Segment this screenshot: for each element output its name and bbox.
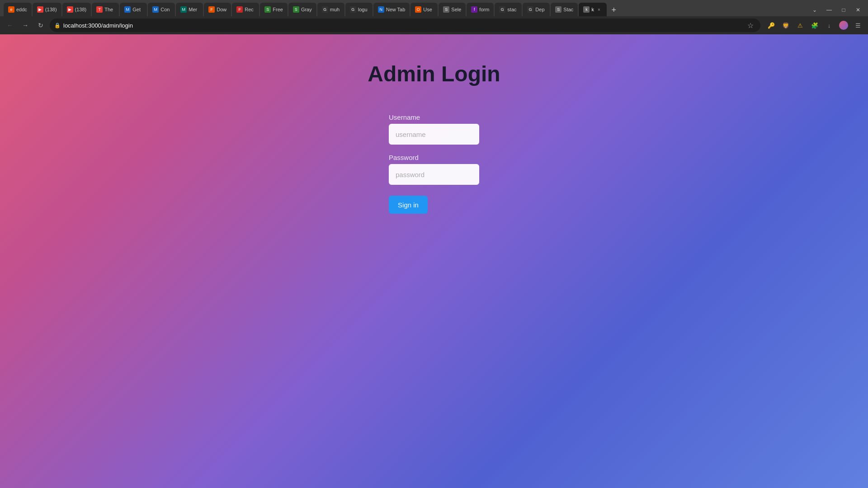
tab-17[interactable]: f form: [467, 3, 494, 16]
tab-19[interactable]: G Dep: [523, 3, 550, 16]
tab-favicon-9: F: [236, 6, 243, 13]
brave-icon[interactable]: 🦁: [779, 19, 792, 32]
login-form: Username Password Sign in: [389, 113, 479, 214]
address-bar-input[interactable]: [63, 22, 742, 29]
tab-favicon-8: F: [208, 6, 215, 13]
tab-bar-actions: ⌄ — □ ✕: [808, 4, 864, 16]
tab-favicon-11: S: [293, 6, 299, 13]
tab-label-17: form: [479, 7, 489, 12]
close-window-button[interactable]: ✕: [852, 4, 864, 16]
tab-label-2: (138): [45, 7, 57, 12]
tab-label-16: Sele: [451, 7, 461, 12]
tab-label-10: Free: [273, 7, 283, 12]
tab-label-9: Rec: [245, 7, 254, 12]
tab-label-15: Use: [423, 7, 432, 12]
tab-favicon-18: G: [499, 6, 505, 13]
tab-7[interactable]: M Mer: [176, 3, 203, 16]
password-label: Password: [389, 154, 479, 161]
extensions-key-icon[interactable]: 🔑: [765, 19, 778, 32]
tab-10[interactable]: S Free: [260, 3, 288, 16]
tab-favicon-3: ▶: [67, 6, 73, 13]
bookmark-button[interactable]: ☆: [745, 20, 756, 31]
tab-label-14: New Tab: [386, 7, 406, 12]
tab-14[interactable]: N New Tab: [373, 3, 410, 16]
forward-button[interactable]: →: [19, 19, 32, 32]
password-group: Password: [389, 154, 479, 185]
extensions-button[interactable]: 🧩: [808, 19, 821, 32]
tab-favicon-21: k: [583, 6, 590, 13]
tab-favicon-13: G: [350, 6, 356, 13]
tab-label-13: logu: [358, 7, 368, 12]
tab-favicon-14: N: [378, 6, 384, 13]
lock-icon: 🔒: [54, 23, 61, 28]
back-button[interactable]: ←: [4, 19, 16, 32]
tab-label-3: (138): [75, 7, 87, 12]
tab-favicon-17: f: [471, 6, 477, 13]
tab-favicon-20: S: [555, 6, 561, 13]
maximize-button[interactable]: □: [837, 4, 850, 16]
downloads-button[interactable]: ↓: [823, 19, 835, 32]
new-tab-button[interactable]: +: [608, 4, 620, 16]
tab-favicon-6: M: [152, 6, 159, 13]
browser-chrome: e eddc ▶ (138) ▶ (138) T The M Get M Con…: [0, 0, 868, 34]
tab-label-20: Stac: [563, 7, 573, 12]
menu-button[interactable]: ☰: [852, 19, 864, 32]
tab-4[interactable]: T The: [92, 3, 119, 16]
reload-button[interactable]: ↻: [34, 19, 47, 32]
tab-bar: e eddc ▶ (138) ▶ (138) T The M Get M Con…: [0, 0, 868, 16]
tab-label-11: Gray: [301, 7, 312, 12]
tab-label-7: Mer: [189, 7, 197, 12]
tab-favicon-19: G: [527, 6, 533, 13]
tab-12[interactable]: G muh: [317, 3, 344, 16]
tab-5[interactable]: M Get: [120, 3, 147, 16]
page-title: Admin Login: [368, 61, 500, 86]
user-profile-button[interactable]: [837, 19, 850, 32]
tab-label-4: The: [104, 7, 113, 12]
tab-9[interactable]: F Rec: [232, 3, 259, 16]
tab-16[interactable]: S Sele: [439, 3, 466, 16]
navigation-bar: ← → ↻ 🔒 ☆ 🔑 🦁 ⚠ 🧩 ↓ ☰: [0, 16, 868, 34]
tab-label-18: stac: [507, 7, 516, 12]
tab-label-21: k: [591, 7, 594, 12]
tab-18[interactable]: G stac: [495, 3, 522, 16]
address-bar-container[interactable]: 🔒 ☆: [50, 19, 760, 32]
tab-11[interactable]: S Gray: [288, 3, 316, 16]
username-input[interactable]: [389, 124, 479, 145]
tab-20[interactable]: S Stac: [551, 3, 578, 16]
tab-3[interactable]: ▶ (138): [62, 3, 91, 16]
tab-8[interactable]: F Dow: [204, 3, 231, 16]
tab-favicon-5: M: [124, 6, 131, 13]
tab-label-5: Get: [132, 7, 141, 12]
tab-6[interactable]: M Con: [148, 3, 175, 16]
username-group: Username: [389, 113, 479, 145]
tab-favicon-12: G: [322, 6, 328, 13]
tab-favicon-7: M: [180, 6, 187, 13]
minimize-button[interactable]: —: [823, 4, 835, 16]
tab-21-active[interactable]: k k ×: [579, 3, 607, 16]
tab-15[interactable]: O Use: [410, 3, 438, 16]
tab-label-8: Dow: [217, 7, 226, 12]
tab-close-21[interactable]: ×: [596, 6, 602, 13]
tab-label-19: Dep: [535, 7, 544, 12]
tab-label-12: muh: [330, 7, 340, 12]
sign-in-button[interactable]: Sign in: [389, 196, 428, 214]
browser-toolbar-right: 🔑 🦁 ⚠ 🧩 ↓ ☰: [765, 19, 864, 32]
tab-favicon-15: O: [415, 6, 421, 13]
tab-favicon-2: ▶: [37, 6, 43, 13]
tab-1[interactable]: e eddc: [4, 3, 32, 16]
tab-2[interactable]: ▶ (138): [33, 3, 61, 16]
alert-icon[interactable]: ⚠: [794, 19, 807, 32]
username-label: Username: [389, 113, 479, 121]
password-input[interactable]: [389, 164, 479, 185]
tab-list-button[interactable]: ⌄: [808, 4, 821, 16]
tab-label-6: Con: [160, 7, 170, 12]
tab-label-1: eddc: [16, 7, 27, 12]
tab-favicon-10: S: [264, 6, 271, 13]
tab-favicon-16: S: [443, 6, 449, 13]
tab-favicon-4: T: [96, 6, 103, 13]
page-content: Admin Login Username Password Sign in: [0, 34, 868, 488]
tab-13[interactable]: G logu: [345, 3, 373, 16]
tab-favicon-1: e: [8, 6, 14, 13]
